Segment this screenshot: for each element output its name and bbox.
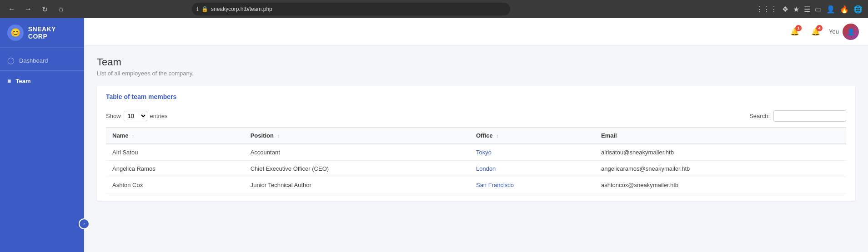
sort-icon-position: ↕ <box>277 133 280 138</box>
show-entries: Show 10 25 50 100 entries <box>106 111 168 121</box>
team-card: Table of team members Show 10 25 50 100 … <box>97 86 855 201</box>
col-office[interactable]: Office ↕ <box>470 128 595 144</box>
browser-chrome: ← → ↻ ⌂ ℹ 🔒 sneakycorp.htb/team.php ⋮⋮⋮ … <box>0 0 868 18</box>
team-table: Name ↕ Position ↕ Office ↕ <box>106 127 846 193</box>
cell-position: Chief Executive Officer (CEO) <box>244 161 470 177</box>
office-link[interactable]: San Francisco <box>476 182 514 188</box>
cell-position: Accountant <box>244 144 470 161</box>
top-header: 🔔 1 🔔 4 You 👤 <box>84 18 868 45</box>
cell-email: airisatou@sneakymailer.htb <box>595 144 846 161</box>
entries-select[interactable]: 10 25 50 100 <box>124 111 147 121</box>
avatar-image: 👤 <box>843 24 859 40</box>
col-position[interactable]: Position ↕ <box>244 128 470 144</box>
tablet-icon[interactable]: ▭ <box>815 5 822 14</box>
cell-email: angelicaramos@sneakymailer.htb <box>595 161 846 177</box>
browser-url: sneakycorp.htb/team.php <box>211 6 272 12</box>
sidebar-item-team[interactable]: ■ Team <box>0 73 84 89</box>
sort-icon-name: ↕ <box>132 133 134 138</box>
collapse-icon: ‹ <box>83 221 85 227</box>
browser-forward-button[interactable]: → <box>22 3 35 15</box>
app-layout: 😊 SNEAKY CORP ◯ Dashboard ■ Team ‹ 🔔 1 <box>0 18 868 252</box>
cell-email: ashtoncox@sneakymailer.htb <box>595 177 846 193</box>
table-header-row: Name ↕ Position ↕ Office ↕ <box>106 128 846 144</box>
lock-icon: 🔒 <box>201 6 208 12</box>
cell-name: Angelica Ramos <box>106 161 244 177</box>
notification-badge-2: 4 <box>816 25 823 31</box>
table-row: Angelica RamosChief Executive Officer (C… <box>106 161 846 177</box>
browser-back-button[interactable]: ← <box>5 3 18 15</box>
browser-refresh-button[interactable]: ↻ <box>38 3 51 15</box>
cell-office[interactable]: San Francisco <box>470 177 595 193</box>
office-link[interactable]: Tokyo <box>476 149 492 156</box>
sidebar-brand: 😊 SNEAKY CORP <box>0 18 84 48</box>
search-section: Search: <box>749 110 846 122</box>
search-input[interactable] <box>773 110 846 122</box>
dashboard-icon: ◯ <box>7 57 15 64</box>
fire-icon[interactable]: 🔥 <box>840 5 849 14</box>
col-position-label: Position <box>251 132 274 139</box>
reading-icon[interactable]: ☰ <box>804 5 810 14</box>
notification-badge-1: 1 <box>795 25 802 31</box>
extensions-icon[interactable]: ⋮⋮⋮ <box>756 5 778 14</box>
sidebar-nav: ◯ Dashboard ■ Team <box>0 48 84 252</box>
brand-logo-icon: 😊 <box>10 28 20 38</box>
sidebar-collapse-button[interactable]: ‹ <box>79 218 90 229</box>
table-header: Name ↕ Position ↕ Office ↕ <box>106 128 846 144</box>
cell-name: Airi Satou <box>106 144 244 161</box>
table-controls: Show 10 25 50 100 entries Search: <box>106 110 846 122</box>
globe-icon[interactable]: 🌐 <box>853 5 863 14</box>
table-row: Airi SatouAccountantTokyoairisatou@sneak… <box>106 144 846 161</box>
star-icon[interactable]: ★ <box>793 5 799 14</box>
profile-icon[interactable]: 👤 <box>826 5 835 14</box>
user-section[interactable]: You 👤 <box>829 24 859 40</box>
cell-office[interactable]: London <box>470 161 595 177</box>
team-icon: ■ <box>7 77 11 84</box>
browser-toolbar: ⋮⋮⋮ ❖ ★ ☰ ▭ 👤 🔥 🌐 <box>756 5 863 14</box>
page-content: Team List of all employees of the compan… <box>84 45 868 252</box>
entries-label: entries <box>150 113 168 119</box>
browser-home-button[interactable]: ⌂ <box>55 3 67 15</box>
table-body: Airi SatouAccountantTokyoairisatou@sneak… <box>106 144 846 193</box>
sidebar: 😊 SNEAKY CORP ◯ Dashboard ■ Team ‹ <box>0 18 84 252</box>
col-name-label: Name <box>112 132 128 139</box>
cell-position: Junior Technical Author <box>244 177 470 193</box>
sidebar-divider <box>0 70 84 71</box>
avatar: 👤 <box>843 24 859 40</box>
cell-name: Ashton Cox <box>106 177 244 193</box>
col-email[interactable]: Email <box>595 128 846 144</box>
notification-button-2[interactable]: 🔔 4 <box>808 24 823 40</box>
col-name[interactable]: Name ↕ <box>106 128 244 144</box>
table-row: Ashton CoxJunior Technical AuthorSan Fra… <box>106 177 846 193</box>
browser-address-bar[interactable]: ℹ 🔒 sneakycorp.htb/team.php <box>192 3 510 15</box>
sidebar-item-dashboard-label: Dashboard <box>19 57 48 64</box>
main-content: 🔔 1 🔔 4 You 👤 Team List of all employees… <box>84 18 868 252</box>
sidebar-item-dashboard[interactable]: ◯ Dashboard <box>0 52 84 69</box>
card-title: Table of team members <box>106 93 846 104</box>
sidebar-item-team-label: Team <box>15 78 30 84</box>
brand-name: SNEAKY CORP <box>28 25 77 40</box>
user-label: You <box>829 28 839 35</box>
show-label: Show <box>106 113 121 119</box>
cell-office[interactable]: Tokyo <box>470 144 595 161</box>
col-office-label: Office <box>476 132 493 139</box>
brand-logo: 😊 <box>7 25 24 41</box>
office-link[interactable]: London <box>476 165 496 172</box>
shield-icon[interactable]: ❖ <box>782 5 788 14</box>
col-email-label: Email <box>601 132 617 139</box>
notification-button-1[interactable]: 🔔 1 <box>787 24 803 40</box>
sort-icon-office: ↕ <box>496 133 498 138</box>
info-icon: ℹ <box>196 6 199 12</box>
search-label: Search: <box>749 113 770 119</box>
page-subtitle: List of all employees of the company. <box>97 70 855 77</box>
page-title: Team <box>97 56 855 68</box>
